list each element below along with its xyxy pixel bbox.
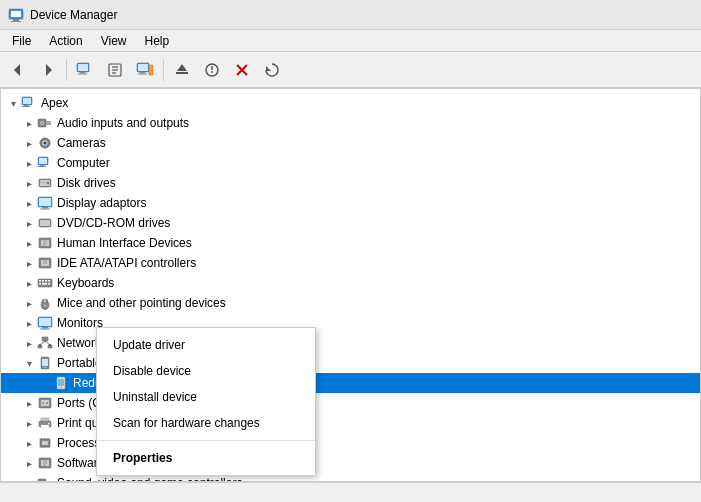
show-computer-button[interactable] (71, 56, 99, 84)
toggle-dvd[interactable]: ▸ (21, 213, 37, 233)
svg-rect-30 (22, 106, 30, 107)
tree-label-audio: Audio inputs and outputs (57, 116, 189, 130)
toggle-keyboards[interactable]: ▸ (21, 273, 37, 293)
toggle-network[interactable]: ▸ (21, 333, 37, 353)
toggle-apex[interactable]: ▾ (5, 93, 21, 113)
icon-dvd (37, 215, 53, 231)
svg-point-99 (48, 423, 50, 425)
properties-toolbar-button[interactable] (101, 56, 129, 84)
toolbar-sep-1 (66, 59, 67, 81)
svg-point-37 (44, 142, 47, 145)
svg-rect-18 (149, 65, 153, 75)
menu-file[interactable]: File (4, 32, 39, 50)
svg-rect-29 (24, 105, 28, 106)
toggle-hid[interactable]: ▸ (21, 233, 37, 253)
menu-help[interactable]: Help (137, 32, 178, 50)
icon-print (37, 415, 53, 431)
svg-rect-97 (41, 418, 49, 421)
ctx-separator (97, 440, 315, 441)
icon-display (37, 195, 53, 211)
ctx-update-driver[interactable]: Update driver (97, 332, 315, 358)
toggle-audio[interactable]: ▸ (21, 113, 37, 133)
ctx-uninstall-device[interactable]: Uninstall device (97, 384, 315, 410)
update-driver-toolbar-button[interactable] (168, 56, 196, 84)
icon-network (37, 335, 53, 351)
toggle-cameras[interactable]: ▸ (21, 133, 37, 153)
menubar: File Action View Help (0, 30, 701, 52)
tree-label-display: Display adaptors (57, 196, 146, 210)
tree-item-ide[interactable]: ▸ IDE ATA/ATAPI controllers (1, 253, 700, 273)
toggle-display[interactable]: ▸ (21, 193, 37, 213)
icon-ide (37, 255, 53, 271)
scan-hardware-toolbar-button[interactable] (258, 56, 286, 84)
tree-item-keyboards[interactable]: ▸ Keyboards (1, 273, 700, 293)
icon-hid (37, 235, 53, 251)
toggle-processors[interactable]: ▸ (21, 433, 37, 453)
icon-redmi4 (53, 375, 69, 391)
tree-item-display[interactable]: ▸ Display adaptors (1, 193, 700, 213)
icon-sound (37, 475, 53, 482)
toggle-computer[interactable]: ▸ (21, 153, 37, 173)
icon-monitors (37, 315, 53, 331)
svg-rect-9 (78, 73, 87, 74)
svg-rect-41 (38, 166, 46, 167)
toggle-ide[interactable]: ▸ (21, 253, 37, 273)
svg-marker-26 (266, 66, 271, 71)
forward-button[interactable] (34, 56, 62, 84)
tree-item-audio[interactable]: ▸ Audio inputs and outputs (1, 113, 700, 133)
svg-rect-40 (40, 165, 44, 166)
toggle-software[interactable]: ▸ (21, 453, 37, 473)
toggle-sound[interactable]: ▸ (21, 473, 37, 482)
toggle-monitors[interactable]: ▸ (21, 313, 37, 333)
ctx-properties[interactable]: Properties (97, 445, 315, 471)
toggle-print[interactable]: ▸ (21, 413, 37, 433)
svg-marker-5 (46, 64, 52, 76)
back-button[interactable] (4, 56, 32, 84)
tree-item-mice[interactable]: ▸ Mice and other pointing devices (1, 293, 700, 313)
svg-rect-8 (80, 72, 85, 74)
menu-action[interactable]: Action (41, 32, 90, 50)
svg-point-84 (39, 344, 41, 346)
toolbar (0, 52, 701, 88)
svg-rect-7 (78, 64, 88, 71)
toggle-mice[interactable]: ▸ (21, 293, 37, 313)
icon-cameras (37, 135, 53, 151)
toolbar-sep-2 (163, 59, 164, 81)
svg-rect-1 (11, 11, 21, 17)
ctx-disable-device[interactable]: Disable device (97, 358, 315, 384)
menu-view[interactable]: View (93, 32, 135, 50)
svg-point-95 (46, 402, 48, 404)
icon-audio (37, 115, 53, 131)
toggle-ports[interactable]: ▸ (21, 393, 37, 413)
svg-rect-45 (40, 182, 46, 183)
svg-rect-68 (39, 283, 41, 285)
disable-device-toolbar-button[interactable] (198, 56, 226, 84)
svg-rect-3 (11, 21, 21, 22)
svg-rect-17 (138, 73, 147, 74)
app-icon (8, 7, 24, 23)
svg-rect-39 (39, 158, 47, 164)
svg-rect-67 (48, 280, 50, 282)
tree-item-cameras[interactable]: ▸ Cameras (1, 133, 700, 153)
uninstall-device-toolbar-button[interactable] (228, 56, 256, 84)
icon-processors (37, 435, 53, 451)
tree-item-apex[interactable]: ▾ Apex (1, 93, 700, 113)
svg-point-74 (44, 305, 46, 307)
tree-label-keyboards: Keyboards (57, 276, 114, 290)
toggle-portable[interactable]: ▾ (21, 353, 37, 373)
svg-rect-19 (176, 72, 188, 74)
ctx-scan-hardware[interactable]: Scan for hardware changes (97, 410, 315, 436)
svg-rect-47 (39, 198, 51, 206)
tree-label-ide: IDE ATA/ATAPI controllers (57, 256, 196, 270)
tree-item-hid[interactable]: ▸ Human Interface Devices (1, 233, 700, 253)
svg-point-91 (60, 387, 62, 389)
toggle-disk[interactable]: ▸ (21, 173, 37, 193)
tree-item-computer[interactable]: ▸ Computer (1, 153, 700, 173)
svg-rect-49 (40, 209, 50, 210)
device-manager-toolbar-button[interactable] (131, 56, 159, 84)
tree-item-disk[interactable]: ▸ Disk drives (1, 173, 700, 193)
title-text: Device Manager (30, 8, 117, 22)
svg-point-94 (42, 402, 44, 404)
svg-rect-34 (46, 121, 51, 125)
tree-item-dvd[interactable]: ▸ DVD/CD-ROM drives (1, 213, 700, 233)
